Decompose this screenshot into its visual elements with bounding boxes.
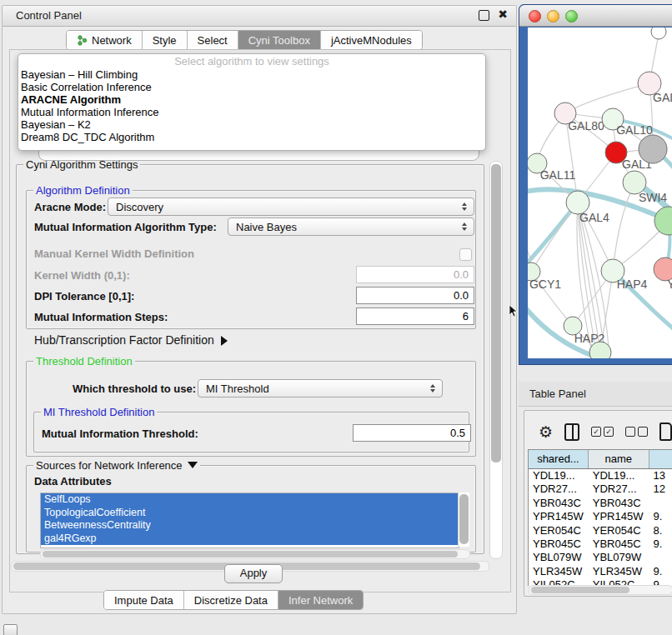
- mi-threshold-label: Mutual Information Threshold:: [42, 428, 198, 440]
- network-window-titlebar: [519, 5, 672, 27]
- kernel-width-field[interactable]: 0.0: [356, 266, 474, 283]
- which-threshold-combo[interactable]: MI Threshold: [198, 379, 443, 398]
- close-icon[interactable]: ✖: [498, 8, 508, 21]
- table-cell[interactable]: 12: [649, 482, 672, 496]
- deselect-all-checkboxes-icon[interactable]: [625, 427, 648, 437]
- tab-infer-network[interactable]: Infer Network: [278, 591, 363, 609]
- algorithm-option[interactable]: Bayesian – Hill Climbing: [18, 68, 485, 81]
- scrollbar-thumb[interactable]: [43, 551, 458, 558]
- minimize-traffic-light-icon[interactable]: [547, 10, 559, 22]
- document-icon[interactable]: [659, 422, 672, 441]
- mi-steps-field[interactable]: 6: [356, 308, 474, 325]
- table-cell[interactable]: YDR27...: [589, 482, 649, 496]
- table-cell[interactable]: YER054C: [589, 524, 649, 538]
- tab-label: Network: [92, 34, 132, 47]
- collapsed-panel-icon[interactable]: [3, 624, 18, 635]
- table-cell[interactable]: YLR345W: [529, 565, 589, 578]
- table-cell[interactable]: YBL079W: [589, 551, 649, 564]
- float-window-icon[interactable]: [479, 10, 489, 21]
- network-canvas[interactable]: GALGAL80GAL10GAL1SWI4GAL11GAL4GCY1HAP4YH…: [528, 28, 672, 358]
- table-cell[interactable]: YBR043C: [589, 497, 649, 510]
- columns-icon[interactable]: [564, 423, 579, 441]
- algorithm-option[interactable]: Bayesian – K2: [18, 118, 485, 131]
- manual-kernel-checkbox[interactable]: [459, 248, 472, 261]
- table-cell[interactable]: YDR27...: [529, 482, 589, 496]
- hub-definition-toggle[interactable]: Hub/Transcription Factor Definition: [34, 333, 228, 347]
- table-cell[interactable]: YBR045C: [529, 538, 589, 551]
- table-row[interactable]: YDR27...YDR27...12: [529, 482, 672, 496]
- algorithm-prompt: Select algorithm to view settings: [18, 54, 485, 68]
- close-traffic-light-icon[interactable]: [529, 10, 541, 22]
- algorithm-option[interactable]: Basic Correlation Inference: [18, 81, 485, 93]
- table-cell[interactable]: 13: [649, 469, 672, 482]
- scrollbar-thumb[interactable]: [531, 587, 629, 593]
- algorithm-option[interactable]: Mutual Information Inference: [18, 106, 485, 118]
- table-cell[interactable]: YPR145W: [529, 510, 589, 523]
- dpi-tolerance-field[interactable]: 0.0: [356, 287, 474, 304]
- gear-icon[interactable]: ⚙: [539, 424, 553, 440]
- network-node[interactable]: [639, 135, 667, 163]
- table-cell[interactable]: YBL079W: [529, 551, 589, 564]
- table-cell[interactable]: YDL19...: [589, 469, 649, 482]
- aracne-mode-combo[interactable]: Discovery: [108, 198, 474, 216]
- column-header-shared-name[interactable]: shared...: [529, 450, 589, 468]
- table-cell[interactable]: YDL19...: [529, 469, 589, 482]
- tab-impute-data[interactable]: Impute Data: [104, 591, 184, 609]
- data-attribute-item[interactable]: TopologicalCoefficient: [41, 507, 459, 520]
- hub-definition-label: Hub/Transcription Factor Definition: [34, 333, 214, 347]
- stepper-icon: [427, 384, 439, 392]
- tab-network[interactable]: Network: [67, 31, 143, 49]
- attributes-horizontal-scrollbar[interactable]: [40, 549, 470, 559]
- sources-group-title[interactable]: Sources for Network Inference: [33, 459, 200, 472]
- control-panel-titlebar: Control Panel ✖: [3, 6, 516, 27]
- kernel-width-label: Kernel Width (0,1):: [34, 269, 130, 282]
- table-cell[interactable]: [649, 497, 672, 510]
- table-cell[interactable]: YBR043C: [529, 497, 589, 510]
- tab-cyni-toolbox[interactable]: Cyni Toolbox: [238, 31, 321, 49]
- network-node[interactable]: [651, 28, 666, 39]
- column-header-name[interactable]: name: [589, 450, 649, 468]
- table-row[interactable]: YBR045CYBR045C9.: [529, 538, 672, 551]
- data-attributes-label: Data Attributes: [34, 475, 112, 488]
- data-attribute-item[interactable]: gal4RGexp: [41, 532, 459, 546]
- mi-threshold-field[interactable]: 0.5: [353, 424, 471, 442]
- data-attributes-list[interactable]: SelfLoopsTopologicalCoefficientBetweenne…: [40, 492, 459, 548]
- table-cell[interactable]: YER054C: [529, 524, 589, 538]
- table-cell[interactable]: 8.: [649, 524, 672, 538]
- data-attribute-item[interactable]: BetweennessCentrality: [41, 519, 459, 532]
- zoom-traffic-light-icon[interactable]: [565, 10, 578, 22]
- algorithm-option[interactable]: ARACNE Algorithm: [18, 93, 485, 106]
- table-cell[interactable]: YBR045C: [589, 538, 649, 551]
- mouse-cursor: [509, 305, 518, 318]
- table-row[interactable]: YPR145WYPR145W9.: [529, 510, 672, 523]
- data-attribute-item[interactable]: SelfLoops: [41, 493, 459, 507]
- attributes-vertical-scrollbar[interactable]: [458, 492, 469, 547]
- table-cell[interactable]: YPR145W: [589, 510, 649, 523]
- scrollbar-thumb[interactable]: [459, 494, 469, 544]
- table-horizontal-scrollbar[interactable]: [529, 585, 672, 595]
- table-row[interactable]: YBL079WYBL079W: [529, 551, 672, 564]
- scrollbar-thumb[interactable]: [491, 164, 501, 462]
- tab-style[interactable]: Style: [143, 31, 188, 49]
- table-row[interactable]: YDL19...YDL19...13: [529, 469, 672, 482]
- table-cell[interactable]: 9.: [649, 510, 672, 523]
- table-cell[interactable]: 9.: [649, 565, 672, 578]
- apply-button[interactable]: Apply: [224, 564, 283, 583]
- table-cell[interactable]: [649, 551, 672, 564]
- table-cell[interactable]: 9.: [649, 538, 672, 551]
- algorithm-option[interactable]: Dream8 DC_TDC Algorithm: [18, 131, 485, 143]
- settings-vertical-scrollbar[interactable]: [489, 161, 503, 559]
- tab-discretize-data[interactable]: Discretize Data: [184, 591, 278, 609]
- tab-label: Impute Data: [114, 594, 173, 607]
- tab-select[interactable]: Select: [188, 31, 238, 49]
- table-row[interactable]: YBR043CYBR043C: [529, 497, 672, 510]
- table-row[interactable]: YER054CYER054C8.: [529, 524, 672, 538]
- column-header-extra[interactable]: [649, 450, 672, 468]
- table-cell[interactable]: YLR345W: [589, 565, 649, 578]
- dpi-tolerance-label: DPI Tolerance [0,1]:: [34, 290, 134, 302]
- mi-algorithm-type-combo[interactable]: Naive Bayes: [228, 218, 474, 236]
- network-node[interactable]: [654, 207, 672, 235]
- tab-jactivemnodules[interactable]: jActiveMNodules: [321, 31, 422, 49]
- select-all-checkboxes-icon[interactable]: ✓✓: [591, 427, 614, 437]
- table-row[interactable]: YLR345WYLR345W9.: [529, 565, 672, 578]
